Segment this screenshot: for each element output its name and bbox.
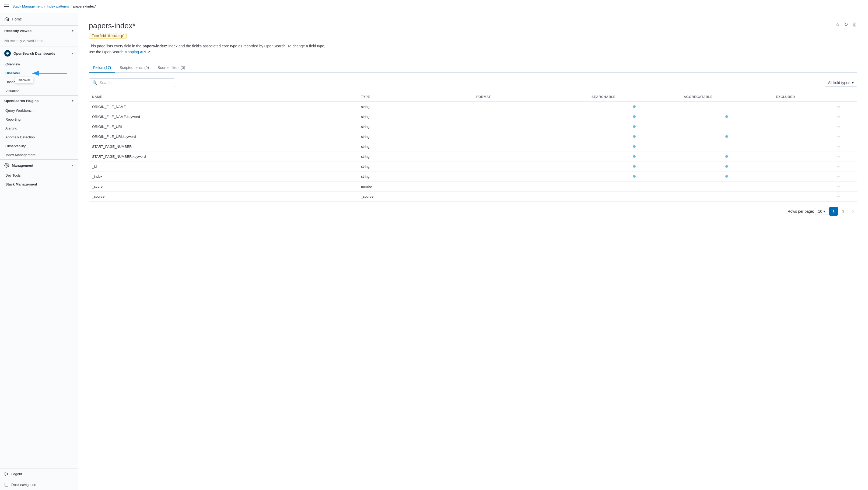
recently-viewed-header[interactable]: Recently viewed ▾ bbox=[0, 26, 78, 36]
aggregatable-cell bbox=[681, 102, 773, 112]
tab-scripted-fields[interactable]: Scripted fields (0) bbox=[115, 63, 153, 73]
opensearch-dashboards-header[interactable]: OpenSearch Dashboards ▾ bbox=[0, 47, 78, 60]
aggregatable-cell bbox=[681, 122, 773, 132]
table-row: START_PAGE_NUMBERstring✏ bbox=[89, 142, 857, 152]
searchable-cell bbox=[588, 181, 680, 191]
edit-icon[interactable]: ✏ bbox=[837, 175, 841, 179]
edit-cell[interactable]: ✏ bbox=[834, 152, 857, 161]
edit-icon[interactable]: ✏ bbox=[837, 194, 841, 199]
opensearch-logo bbox=[4, 50, 11, 57]
sidebar-item-home[interactable]: Home bbox=[0, 13, 78, 26]
dock-icon bbox=[4, 483, 9, 487]
opensearch-dashboards-label: OpenSearch Dashboards bbox=[13, 52, 55, 56]
table-row: ORIGIN_FILE_URIstring✏ bbox=[89, 122, 857, 132]
sidebar-item-reporting[interactable]: Reporting bbox=[0, 115, 78, 124]
col-header-format: Format bbox=[473, 92, 588, 102]
tabs: Fields (17) Scripted fields (0) Source f… bbox=[89, 63, 857, 73]
sidebar-item-discover[interactable]: Discover bbox=[0, 69, 78, 78]
opensearch-plugins-section: OpenSearch Plugins ▾ Query Workbench Rep… bbox=[0, 96, 78, 160]
searchable-cell bbox=[588, 112, 680, 122]
table-row: _scorenumber✏ bbox=[89, 181, 857, 191]
sidebar-item-visualize[interactable]: Visualize bbox=[0, 86, 78, 95]
aggregatable-cell bbox=[681, 191, 773, 202]
management-section: Management ▾ Dev Tools Stack Management bbox=[0, 160, 78, 189]
sidebar-item-dock-navigation[interactable]: Dock navigation bbox=[0, 479, 78, 490]
sidebar-item-logout[interactable]: Logout bbox=[0, 468, 78, 479]
fields-table: Name Type Format Searchable Aggregatable… bbox=[89, 92, 857, 202]
aggregatable-cell bbox=[681, 142, 773, 152]
table-row: ORIGIN_FILE_NAME.keywordstring✏ bbox=[89, 112, 857, 122]
opensearch-logo-icon bbox=[6, 52, 9, 55]
index-name-bold: papers-index* bbox=[143, 44, 167, 48]
sidebar-item-dashboards[interactable]: Dashboards bbox=[0, 78, 78, 86]
excluded-cell bbox=[773, 191, 834, 202]
svg-rect-3 bbox=[5, 483, 8, 486]
edit-cell[interactable]: ✏ bbox=[834, 102, 857, 112]
edit-icon[interactable]: ✏ bbox=[837, 155, 841, 159]
gear-icon bbox=[4, 163, 9, 168]
edit-icon[interactable]: ✏ bbox=[837, 134, 841, 139]
sidebar-item-alerting[interactable]: Alerting bbox=[0, 124, 78, 133]
mapping-api-link[interactable]: Mapping API bbox=[124, 50, 146, 54]
col-header-actions bbox=[834, 92, 857, 102]
aggregatable-cell bbox=[681, 152, 773, 161]
sidebar-item-index-management[interactable]: Index Management bbox=[0, 151, 78, 159]
time-field-badge: Time field: 'timestamp' bbox=[89, 33, 127, 39]
sidebar-item-stack-management[interactable]: Stack Management bbox=[0, 180, 78, 189]
searchable-cell bbox=[588, 191, 680, 202]
edit-icon[interactable]: ✏ bbox=[837, 145, 841, 149]
delete-icon[interactable]: 🗑 bbox=[852, 22, 857, 27]
breadcrumb-stack-management[interactable]: Stack Management bbox=[12, 4, 42, 8]
sidebar-item-overview[interactable]: Overview bbox=[0, 60, 78, 69]
edit-icon[interactable]: ✏ bbox=[837, 115, 841, 119]
field-type-filter[interactable]: All field types ▾ bbox=[825, 79, 857, 87]
edit-cell[interactable]: ✏ bbox=[834, 191, 857, 202]
edit-icon[interactable]: ✏ bbox=[837, 105, 841, 109]
edit-cell[interactable]: ✏ bbox=[834, 181, 857, 191]
edit-cell[interactable]: ✏ bbox=[834, 172, 857, 181]
management-header[interactable]: Management ▾ bbox=[0, 160, 78, 171]
edit-cell[interactable]: ✏ bbox=[834, 122, 857, 132]
opensearch-dashboards-section: OpenSearch Dashboards ▾ Overview Discove… bbox=[0, 47, 78, 96]
page-btn-2[interactable]: 2 bbox=[839, 207, 847, 216]
opensearch-plugins-header[interactable]: OpenSearch Plugins ▾ bbox=[0, 96, 78, 106]
breadcrumb-index-patterns[interactable]: Index patterns bbox=[47, 4, 69, 8]
edit-cell[interactable]: ✏ bbox=[834, 132, 857, 142]
home-icon bbox=[4, 17, 9, 22]
tab-source-filters[interactable]: Source filters (0) bbox=[153, 63, 190, 73]
page-next-btn[interactable]: › bbox=[848, 207, 857, 216]
home-label: Home bbox=[12, 17, 22, 21]
page-btn-1[interactable]: 1 bbox=[829, 207, 838, 216]
refresh-icon[interactable]: ↻ bbox=[844, 22, 848, 27]
edit-icon[interactable]: ✏ bbox=[837, 125, 841, 129]
edit-cell[interactable]: ✏ bbox=[834, 142, 857, 152]
search-filter-row: 🔍 All field types ▾ bbox=[89, 78, 857, 87]
sidebar-item-query-workbench[interactable]: Query Workbench bbox=[0, 106, 78, 115]
edit-cell[interactable]: ✏ bbox=[834, 161, 857, 172]
menu-icon[interactable] bbox=[4, 5, 9, 8]
sidebar-item-dev-tools[interactable]: Dev Tools bbox=[0, 171, 78, 180]
edit-icon[interactable]: ✏ bbox=[837, 184, 841, 189]
search-input[interactable] bbox=[100, 81, 172, 85]
search-box[interactable]: 🔍 bbox=[89, 78, 175, 87]
management-label: Management bbox=[12, 163, 33, 167]
recently-viewed-label: Recently viewed bbox=[4, 29, 31, 33]
edit-icon[interactable]: ✏ bbox=[837, 164, 841, 169]
topright-icons: ☆ ↻ 🗑 bbox=[835, 22, 857, 27]
sidebar-item-observability[interactable]: Observability bbox=[0, 142, 78, 151]
edit-cell[interactable]: ✏ bbox=[834, 112, 857, 122]
management-chevron: ▾ bbox=[72, 164, 73, 167]
tab-fields[interactable]: Fields (17) bbox=[89, 63, 115, 73]
recently-viewed-chevron: ▾ bbox=[72, 29, 73, 33]
recently-viewed-section: Recently viewed ▾ No recently viewed ite… bbox=[0, 26, 78, 47]
excluded-cell bbox=[773, 181, 834, 191]
rows-per-page-select[interactable]: 10 ▾ bbox=[815, 208, 828, 215]
sidebar-item-anomaly-detection[interactable]: Anomaly Detection bbox=[0, 133, 78, 142]
star-icon[interactable]: ☆ bbox=[835, 22, 840, 27]
aggregatable-cell bbox=[681, 132, 773, 142]
searchable-cell bbox=[588, 172, 680, 181]
sidebar: Home Recently viewed ▾ No recently viewe… bbox=[0, 13, 78, 490]
main-content: ☆ ↻ 🗑 papers-index* Time field: 'timesta… bbox=[78, 13, 868, 490]
aggregatable-cell bbox=[681, 172, 773, 181]
excluded-cell bbox=[773, 102, 834, 112]
